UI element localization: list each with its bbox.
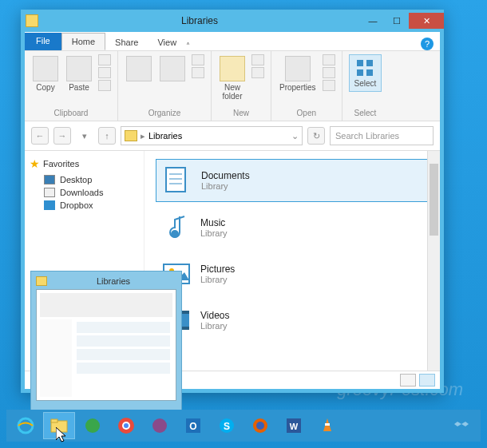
ribbon-group-clipboard: Copy Paste Clipboard xyxy=(25,51,118,121)
close-button[interactable]: ✕ xyxy=(409,13,444,29)
copyto-button[interactable] xyxy=(158,54,187,83)
tiles-view-button[interactable] xyxy=(419,374,435,387)
properties-label: Properties xyxy=(279,83,316,92)
copyto-icon xyxy=(160,56,185,81)
library-name: Music xyxy=(200,217,228,228)
maximize-button[interactable]: ☐ xyxy=(385,13,409,29)
svg-marker-33 xyxy=(454,422,461,426)
taskbar-skype[interactable]: S xyxy=(211,412,243,439)
svg-rect-0 xyxy=(357,60,363,66)
thumbnail-body[interactable] xyxy=(36,289,176,401)
taskbar-vlc[interactable] xyxy=(311,412,343,439)
new-group-label: New xyxy=(233,109,249,117)
file-tab[interactable]: File xyxy=(25,33,61,50)
taskbar-app-green[interactable] xyxy=(77,412,109,439)
vertical-scrollbar[interactable] xyxy=(427,151,440,371)
address-bar[interactable]: ▸ Libraries ⌄ xyxy=(121,126,303,145)
svg-text:W: W xyxy=(290,422,299,431)
history-icon xyxy=(323,80,335,91)
share-tab[interactable]: Share xyxy=(105,34,148,50)
thumbnail-folder-icon xyxy=(36,276,47,286)
select-icon xyxy=(355,58,374,77)
svg-rect-1 xyxy=(366,60,373,66)
outlook-icon: O xyxy=(184,417,202,434)
content-pane[interactable]: Documents Library Music Library Pictur xyxy=(145,151,440,371)
library-name: Pictures xyxy=(200,264,235,275)
library-videos[interactable]: Videos Library xyxy=(156,299,429,341)
sidebar-item-desktop[interactable]: Desktop xyxy=(30,173,139,186)
svg-marker-34 xyxy=(461,422,469,426)
taskbar-app-purple[interactable] xyxy=(144,412,176,439)
up-button[interactable]: ▾ xyxy=(76,127,93,145)
organize-more[interactable] xyxy=(192,54,204,78)
svg-point-21 xyxy=(124,423,129,428)
select-button[interactable]: Select xyxy=(349,54,382,92)
dropbox-tray-icon xyxy=(454,418,469,433)
pasteshortcut-icon xyxy=(98,80,111,91)
ribbon-collapse-icon[interactable]: ˄ xyxy=(186,42,190,50)
open-group-label: Open xyxy=(297,109,316,117)
library-pictures[interactable]: Pictures Library xyxy=(156,253,429,295)
ribbon: Copy Paste Clipboard xyxy=(25,51,440,121)
refresh-button[interactable]: ↻ xyxy=(307,127,325,145)
home-tab[interactable]: Home xyxy=(61,33,105,50)
taskbar-chrome[interactable] xyxy=(110,412,142,439)
green-app-icon xyxy=(84,417,101,434)
library-sub: Library xyxy=(200,275,235,284)
svg-rect-2 xyxy=(357,69,363,76)
minimize-button[interactable]: — xyxy=(361,13,385,29)
view-tab[interactable]: View xyxy=(148,34,186,50)
search-placeholder: Search Libraries xyxy=(335,131,399,141)
copy-button[interactable]: Copy xyxy=(31,54,60,93)
thumbnail-title-row: Libraries xyxy=(36,276,176,286)
address-text: Libraries xyxy=(148,131,182,141)
taskbar-outlook[interactable]: O xyxy=(177,412,209,439)
select-group-label: Select xyxy=(354,109,377,117)
svg-point-28 xyxy=(256,422,264,430)
back-button[interactable]: ← xyxy=(31,127,49,145)
open-more[interactable] xyxy=(323,54,335,91)
edit-icon xyxy=(323,67,335,78)
clipboard-group-label: Clipboard xyxy=(54,109,89,117)
svg-rect-3 xyxy=(366,69,373,76)
properties-icon xyxy=(285,56,311,81)
clipboard-more[interactable] xyxy=(98,54,111,91)
svg-text:O: O xyxy=(189,421,196,432)
sidebar-item-downloads[interactable]: Downloads xyxy=(30,186,139,199)
svg-point-15 xyxy=(18,418,33,433)
forward-button[interactable]: → xyxy=(53,127,71,145)
word-icon: W xyxy=(285,417,303,434)
downloads-icon xyxy=(44,188,55,197)
favorites-header[interactable]: ★ Favorites xyxy=(30,157,139,170)
mouse-cursor xyxy=(56,427,69,443)
search-input[interactable]: Search Libraries xyxy=(330,126,434,145)
moveto-button[interactable] xyxy=(125,54,153,83)
help-button[interactable]: ? xyxy=(421,38,434,50)
new-folder-button[interactable]: New folder xyxy=(218,54,247,102)
ribbon-group-new: New folder New xyxy=(212,51,271,121)
taskbar-tray-dropbox[interactable] xyxy=(445,412,477,439)
properties-button[interactable]: Properties xyxy=(278,54,318,93)
scrollbar-thumb[interactable] xyxy=(430,164,438,236)
new-more[interactable] xyxy=(251,54,264,78)
library-sub: Library xyxy=(201,181,250,191)
delete-icon xyxy=(192,54,204,65)
new-item-icon xyxy=(251,54,264,65)
up-one-level-button[interactable]: ↑ xyxy=(98,127,116,145)
details-view-button[interactable] xyxy=(400,374,416,387)
ribbon-group-open: Properties Open xyxy=(271,51,342,121)
desktop-icon xyxy=(44,175,55,184)
title-bar[interactable]: Libraries — ☐ ✕ xyxy=(21,10,444,32)
thumbnail-title: Libraries xyxy=(50,276,176,286)
library-music[interactable]: Music Library xyxy=(156,207,429,248)
svg-text:S: S xyxy=(224,421,230,432)
taskbar-thumbnail-preview[interactable]: Libraries xyxy=(30,271,182,411)
paste-button[interactable]: Paste xyxy=(65,54,93,93)
address-folder-icon xyxy=(125,130,137,141)
taskbar-word[interactable]: W xyxy=(278,412,310,439)
library-documents[interactable]: Documents Library xyxy=(156,159,429,202)
svg-marker-35 xyxy=(56,427,65,442)
sidebar-item-dropbox[interactable]: Dropbox xyxy=(30,199,139,212)
taskbar-firefox[interactable] xyxy=(244,412,276,439)
taskbar-ie[interactable] xyxy=(10,412,42,439)
